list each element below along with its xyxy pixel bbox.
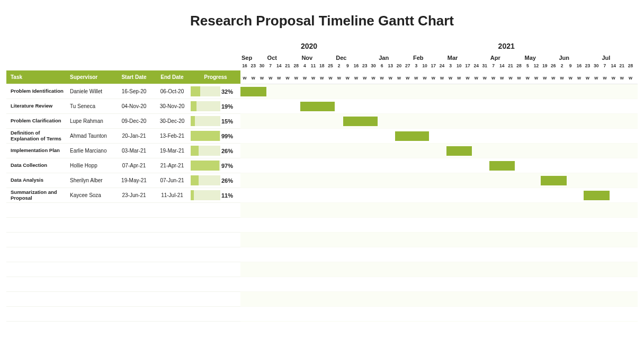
timeline-week-marker: w bbox=[549, 75, 558, 81]
timeline-row bbox=[240, 247, 638, 262]
task-name: Definition of Explanation of Terms bbox=[6, 130, 70, 141]
gantt-bar bbox=[240, 87, 266, 96]
empty-row bbox=[6, 233, 240, 247]
task-row: Implementation PlanEarlie Marciano03-Mar… bbox=[6, 144, 240, 158]
timeline-row bbox=[240, 129, 638, 144]
timeline-day-number: 2 bbox=[558, 63, 566, 68]
timeline-month-label: Oct bbox=[266, 55, 301, 61]
timeline-week-marker: w bbox=[257, 75, 266, 81]
task-row: Data AnalysisSherilyn Alber19-May-2107-J… bbox=[6, 173, 240, 188]
task-supervisor: Tu Seneca bbox=[70, 103, 114, 109]
task-name: Problem Clarification bbox=[6, 118, 70, 123]
task-row: Problem ClarificationLupe Rahman09-Dec-2… bbox=[6, 114, 240, 129]
timeline-month-label: Jul bbox=[601, 55, 635, 61]
empty-row bbox=[6, 292, 240, 307]
timeline-day-number: 13 bbox=[386, 63, 395, 68]
timeline-row bbox=[240, 99, 638, 114]
timeline-day-number: 2 bbox=[335, 63, 343, 68]
task-name: Problem Identification bbox=[6, 88, 70, 94]
timeline-day-number: 21 bbox=[283, 63, 292, 68]
header-supervisor: Supervisor bbox=[70, 74, 114, 80]
timeline-week-marker: w bbox=[584, 75, 592, 81]
timeline-year-label: 2020 bbox=[240, 42, 378, 50]
timeline-week-marker: w bbox=[240, 75, 249, 81]
timeline-week-marker: w bbox=[455, 75, 463, 81]
task-table: Task Supervisor Start Date End Date Prog… bbox=[6, 42, 240, 322]
timeline-month-label: May bbox=[524, 55, 558, 61]
gantt-bar bbox=[300, 102, 335, 111]
timeline-week-marker: w bbox=[523, 75, 532, 81]
timeline-day-number: 17 bbox=[463, 63, 472, 68]
timeline-week-marker: w bbox=[386, 75, 395, 81]
task-start-date: 03-Mar-21 bbox=[114, 148, 154, 154]
timeline-day-number: 9 bbox=[566, 63, 575, 68]
gantt-bar bbox=[541, 176, 567, 185]
gantt-bar bbox=[446, 146, 472, 156]
gantt-grid: Task Supervisor Start Date End Date Prog… bbox=[6, 42, 638, 322]
timeline-day-number: 25 bbox=[326, 63, 335, 68]
timeline-week-marker: w bbox=[626, 75, 634, 81]
progress-bar-fill bbox=[191, 190, 194, 200]
timeline-week-marker: w bbox=[335, 75, 343, 81]
timeline-day-number: 30 bbox=[257, 63, 266, 68]
timeline-day-number: 6 bbox=[378, 63, 386, 68]
task-name: Data Collection bbox=[6, 163, 70, 168]
task-start-date: 23-Jun-21 bbox=[114, 192, 154, 198]
timeline-row bbox=[240, 114, 638, 129]
progress-bar-fill bbox=[191, 146, 199, 156]
timeline-week-marker: w bbox=[283, 75, 292, 81]
task-start-date: 04-Nov-20 bbox=[114, 103, 154, 109]
timeline-day-number: 14 bbox=[498, 63, 506, 68]
empty-row bbox=[6, 262, 240, 277]
timeline-row bbox=[240, 233, 638, 247]
timeline-row bbox=[240, 292, 638, 307]
task-end-date: 07-Jun-21 bbox=[154, 177, 191, 183]
timeline-month-label: Mar bbox=[446, 55, 489, 61]
progress-bar-fill bbox=[191, 86, 200, 96]
progress-bar-fill bbox=[191, 131, 220, 141]
timeline-header: 20202021 SepOctNovDecJanFebMarAprMayJunJ… bbox=[240, 42, 638, 84]
task-supervisor: Hollie Hopp bbox=[70, 163, 114, 168]
task-supervisor: Earlie Marciano bbox=[70, 148, 114, 154]
task-progress: 11% bbox=[191, 188, 240, 202]
timeline-month-label: Sep bbox=[240, 55, 266, 61]
progress-value: 99% bbox=[221, 129, 233, 143]
task-start-date: 16-Sep-20 bbox=[114, 88, 154, 94]
timeline-month-label: Nov bbox=[300, 55, 335, 61]
progress-value: 97% bbox=[221, 158, 233, 173]
timeline-day-number: 14 bbox=[275, 63, 283, 68]
timeline-day-number: 24 bbox=[437, 63, 446, 68]
timeline-week-marker: w bbox=[292, 75, 300, 81]
timeline-day-number: 14 bbox=[609, 63, 618, 68]
timeline-week-marker: w bbox=[412, 75, 421, 81]
timeline-week-marker: w bbox=[343, 75, 352, 81]
timeline-month-label: Jun bbox=[558, 55, 601, 61]
task-start-date: 09-Dec-20 bbox=[114, 118, 154, 124]
timeline-month-label: Jan bbox=[378, 55, 412, 61]
task-name: Implementation Plan bbox=[6, 148, 70, 153]
task-start-date: 19-May-21 bbox=[114, 177, 154, 183]
task-supervisor: Lupe Rahman bbox=[70, 118, 114, 124]
timeline-day-number: 7 bbox=[489, 63, 497, 68]
timeline-month-label: Feb bbox=[412, 55, 446, 61]
timeline-weeks-row: wwwwwwwwwwwwwwwwwwwwwwwwwwwwwwwwwwwwwwww… bbox=[240, 72, 638, 84]
timeline-month-label: Dec bbox=[335, 55, 378, 61]
timeline-week-marker: w bbox=[318, 75, 326, 81]
header-end-date: End Date bbox=[154, 74, 191, 80]
gantt-bar bbox=[584, 191, 610, 200]
timeline-week-marker: w bbox=[361, 75, 369, 81]
timeline-week-marker: w bbox=[566, 75, 575, 81]
timeline-week-marker: w bbox=[506, 75, 515, 81]
timeline-day-number: 12 bbox=[532, 63, 540, 68]
timeline-year-label: 2021 bbox=[378, 42, 635, 50]
task-progress: 32% bbox=[191, 84, 240, 99]
timeline-month-label: Apr bbox=[489, 55, 524, 61]
timeline-week-marker: w bbox=[532, 75, 540, 81]
timeline-day-number: 11 bbox=[309, 63, 318, 68]
timeline-day-number: 7 bbox=[266, 63, 275, 68]
timeline-row bbox=[240, 307, 638, 322]
timeline-week-marker: w bbox=[618, 75, 626, 81]
timeline-row bbox=[240, 277, 638, 292]
timeline-day-number: 24 bbox=[472, 63, 480, 68]
task-row: Data CollectionHollie Hopp07-Apr-2121-Ap… bbox=[6, 158, 240, 173]
